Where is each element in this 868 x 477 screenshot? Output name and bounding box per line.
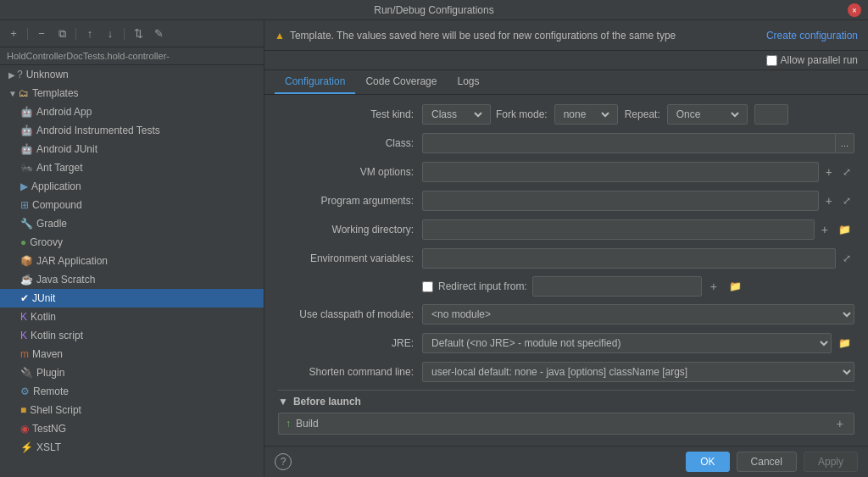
vm-options-folder-button[interactable]: ⤢: [839, 166, 854, 178]
class-control: ...: [422, 133, 854, 153]
create-configuration-link[interactable]: Create configuration: [766, 30, 858, 42]
jre-browse-button[interactable]: 📁: [835, 337, 854, 349]
before-launch-header[interactable]: ▼ Before launch: [278, 396, 854, 408]
tree-item-maven[interactable]: m Maven: [0, 345, 264, 363]
vm-options-row: VM options: -ea + ⤢: [278, 161, 854, 183]
tree-item-jar-app[interactable]: 📦 JAR Application: [0, 252, 264, 270]
program-args-folder-button[interactable]: ⤢: [839, 195, 854, 207]
tree-item-remote[interactable]: ⚙ Remote: [0, 382, 264, 401]
redirect-browse-button[interactable]: 📁: [726, 280, 745, 292]
tree-item-unknown[interactable]: ▶ ? Unknown: [0, 65, 264, 84]
tree-item-shell-script[interactable]: ■ Shell Script: [0, 401, 264, 419]
jre-select[interactable]: Default (<no JRE> - module not specified…: [422, 333, 832, 353]
tree-item-groovy[interactable]: ● Groovy: [0, 233, 264, 252]
tree-item-testng[interactable]: ◉ TestNG: [0, 419, 264, 438]
program-args-input[interactable]: [422, 191, 819, 211]
tab-configuration[interactable]: Configuration: [275, 70, 355, 94]
class-browse-button[interactable]: ...: [836, 133, 854, 153]
jre-row: JRE: Default (<no JRE> - module not spec…: [278, 332, 854, 354]
kotlin-label: Kotlin: [31, 311, 56, 323]
fork-mode-row: Fork mode: none method class Repeat: Onc: [496, 104, 788, 125]
repeat-label: Repeat:: [625, 108, 660, 120]
tree-item-java-scratch[interactable]: ☕ Java Scratch: [0, 270, 264, 289]
fork-mode-select[interactable]: none method class: [560, 108, 612, 121]
class-input[interactable]: [422, 133, 836, 153]
classpath-module-control: <no module>: [422, 304, 854, 324]
tree-item-android-junit[interactable]: 🤖 Android JUnit: [0, 140, 264, 158]
templates-label: Templates: [32, 87, 79, 99]
allow-parallel-checkbox[interactable]: [766, 55, 777, 66]
working-dir-browse-button[interactable]: 📁: [835, 224, 854, 236]
move-up-button[interactable]: ↑: [81, 25, 98, 42]
gradle-icon: 🔧: [20, 218, 33, 230]
tree-item-gradle[interactable]: 🔧 Gradle: [0, 214, 264, 233]
tree-item-templates[interactable]: ▼ 🗂 Templates: [0, 84, 264, 103]
ok-button[interactable]: OK: [686, 452, 729, 472]
jre-label: JRE:: [278, 337, 422, 349]
close-button[interactable]: ×: [848, 3, 861, 17]
working-dir-label: Working directory:: [278, 224, 422, 236]
repeat-select-box[interactable]: Once N Times Until failure Unlimited: [667, 104, 748, 125]
working-dir-row: Working directory: $MODULE_WORKING_DIR$ …: [278, 219, 854, 241]
shorten-cmd-select[interactable]: user-local default: none - java [options…: [422, 362, 854, 382]
sort-button[interactable]: ⇅: [130, 25, 147, 42]
tree-item-kotlin[interactable]: K Kotlin: [0, 308, 264, 326]
compound-label: Compound: [32, 199, 82, 211]
toolbar-sep-2: [75, 28, 76, 40]
copy-config-button[interactable]: ⧉: [53, 25, 70, 42]
tree-item-junit[interactable]: ✔ JUnit: [0, 289, 264, 308]
test-kind-select-box[interactable]: Class Method Package: [422, 104, 491, 125]
config-body: Test kind: Class Method Package Fork mod…: [264, 95, 868, 446]
android-instr-icon: 🤖: [20, 125, 33, 136]
redirect-input-checkbox[interactable]: [422, 281, 433, 292]
tree-item-android-app[interactable]: 🤖 Android App: [0, 103, 264, 121]
unknown-label: Unknown: [26, 69, 69, 80]
help-button[interactable]: ?: [275, 453, 292, 470]
edit-button[interactable]: ✎: [150, 25, 167, 42]
repeat-count-input[interactable]: 1: [754, 104, 788, 125]
cancel-button[interactable]: Cancel: [737, 452, 797, 472]
before-launch-section: ▼ Before launch ↑ Build +: [278, 390, 854, 435]
apply-button[interactable]: Apply: [804, 452, 858, 472]
test-kind-select[interactable]: Class Method Package: [428, 108, 485, 121]
vm-options-expand-button[interactable]: +: [822, 165, 836, 179]
tree-item-xslt[interactable]: ⚡ XSLT: [0, 438, 264, 457]
android-junit-icon: 🤖: [20, 143, 33, 155]
kotlin-script-icon: K: [20, 330, 27, 341]
unknown-icon: ?: [17, 69, 23, 80]
redirect-input-field[interactable]: [532, 276, 702, 297]
tree-item-kotlin-script[interactable]: K Kotlin script: [0, 326, 264, 345]
tab-logs[interactable]: Logs: [447, 70, 489, 94]
add-config-button[interactable]: +: [5, 25, 22, 42]
fork-mode-select-box[interactable]: none method class: [554, 104, 618, 125]
tab-code-coverage[interactable]: Code Coverage: [355, 70, 447, 94]
env-vars-input[interactable]: [422, 248, 836, 269]
tree-item-application[interactable]: ▶ Application: [0, 177, 264, 196]
working-dir-expand-button[interactable]: +: [818, 223, 832, 236]
gradle-label: Gradle: [36, 218, 67, 230]
build-row: ↑ Build +: [278, 413, 854, 435]
program-args-expand-button[interactable]: +: [822, 194, 836, 208]
working-dir-input[interactable]: $MODULE_WORKING_DIR$: [422, 219, 815, 240]
classpath-module-select[interactable]: <no module>: [422, 304, 854, 324]
env-vars-browse-button[interactable]: ⤢: [839, 252, 854, 264]
tree-item-compound[interactable]: ⊞ Compound: [0, 196, 264, 214]
redirect-expand-button[interactable]: +: [707, 280, 721, 293]
remove-config-button[interactable]: −: [33, 25, 50, 42]
before-launch-add-button[interactable]: +: [833, 417, 847, 430]
repeat-select[interactable]: Once N Times Until failure Unlimited: [673, 108, 742, 121]
tree-item-ant-target[interactable]: 🐜 Ant Target: [0, 158, 264, 177]
program-args-control: + ⤢: [422, 191, 854, 211]
tree-item-android-instrumented[interactable]: 🤖 Android Instrumented Tests: [0, 121, 264, 140]
fork-mode-label: Fork mode:: [496, 108, 548, 120]
action-buttons: OK Cancel Apply: [686, 452, 858, 472]
templates-icon: 🗂: [19, 87, 29, 99]
move-down-button[interactable]: ↓: [102, 25, 119, 42]
class-row: Class: ...: [278, 132, 854, 154]
vm-options-input[interactable]: -ea: [422, 162, 819, 182]
android-app-icon: 🤖: [20, 106, 33, 118]
build-label: Build: [296, 418, 319, 430]
bottom-bar: ? OK Cancel Apply: [264, 446, 868, 477]
env-vars-label: Environment variables:: [278, 252, 422, 264]
tree-item-plugin[interactable]: 🔌 Plugin: [0, 363, 264, 382]
